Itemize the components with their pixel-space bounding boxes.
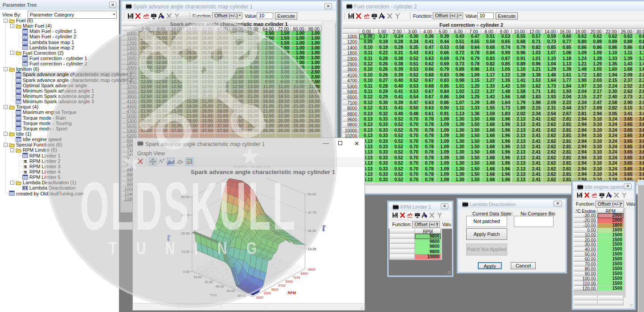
svg-text:80.00: 80.00 (238, 294, 246, 298)
svg-text:4700: 4700 (278, 284, 286, 288)
svg-text:13.25: 13.25 (308, 247, 316, 251)
svg-text:9600: 9600 (308, 267, 316, 271)
svg-text:0.00: 0.00 (183, 270, 189, 274)
svg-text:7100: 7100 (293, 276, 300, 280)
svg-text:64.00: 64.00 (226, 289, 235, 293)
svg-text:3500: 3500 (271, 288, 279, 292)
svg-text:25.50: 25.50 (181, 231, 189, 235)
svg-text:37.75: 37.75 (308, 211, 316, 215)
svg-text:°TPS: °TPS (209, 293, 217, 297)
svg-text:25.50: 25.50 (308, 229, 316, 233)
svg-text:13.25: 13.25 (181, 250, 189, 254)
svg-text:16.00: 16.00 (193, 275, 202, 279)
svg-text:deg: deg (166, 235, 170, 241)
svg-text:deg: deg (321, 225, 325, 231)
svg-text:48.00: 48.00 (216, 284, 224, 288)
svg-text:2300: 2300 (264, 291, 271, 295)
svg-text:1000: 1000 (256, 296, 263, 300)
svg-text:8400: 8400 (301, 271, 308, 276)
svg-text:32.00: 32.00 (205, 280, 213, 284)
svg-text:5900: 5900 (286, 280, 293, 284)
svg-text:RPM: RPM (287, 291, 296, 295)
svg-text:50.00: 50.00 (181, 195, 189, 199)
svg-text:50.00: 50.00 (308, 192, 316, 196)
svg-text:37.75: 37.75 (181, 213, 189, 217)
